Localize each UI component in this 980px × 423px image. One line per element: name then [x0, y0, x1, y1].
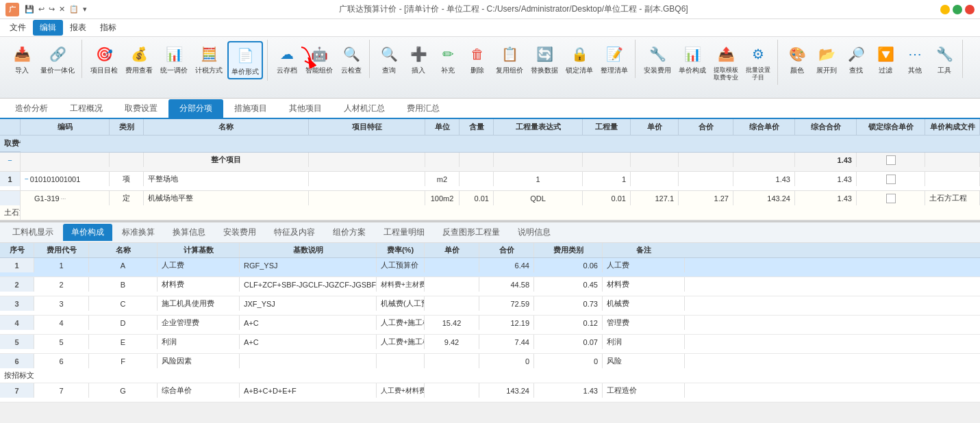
quick-save[interactable]: 💾: [25, 5, 34, 14]
table-row[interactable]: G1-319 ··· 定 机械场地平整 100m2 0.01 QDL 0.01 …: [0, 191, 980, 220]
tab-labor-material-machine[interactable]: 人材机汇总: [333, 99, 396, 118]
menu-indicator[interactable]: 指标: [93, 20, 123, 36]
ribbon-btn-unit-compose[interactable]: 📊 单价构成: [676, 41, 709, 77]
ribbon-btn-tax-method[interactable]: 🧮 计税方式: [192, 41, 225, 77]
tab-measures[interactable]: 措施项目: [223, 99, 278, 118]
menu-file[interactable]: 文件: [3, 20, 33, 36]
quick-copy[interactable]: 📋: [69, 5, 79, 14]
close-button[interactable]: [965, 5, 975, 14]
table-row[interactable]: 1 − 010101001001 项 平整场地 m2 1 1 1.43 1.43: [0, 172, 980, 191]
maximize-button[interactable]: [953, 5, 962, 14]
list-item[interactable]: 1 1 A 人工费 RGF_YSJ 人工预算价 6.44 0.06 人工费: [0, 258, 980, 277]
bd-unit-price-2: 44.58: [479, 277, 534, 292]
ribbon-btn-project-check[interactable]: 🎯 项目目检: [88, 41, 121, 77]
list-item[interactable]: 7 7 G 综合单价 A+B+C+D+E+F 人工费+材料费+施工机具使用费+企…: [0, 383, 980, 402]
bh-rate: 费率(%): [377, 243, 425, 257]
ribbon-btn-supplement[interactable]: ✏ 补充: [434, 41, 462, 77]
bd-unit-price-3: 72.59: [479, 296, 534, 311]
list-item[interactable]: 2 2 B 材料费 CLF+ZCF+SBF-JGCLF-JGZCF-JGSBF …: [0, 277, 980, 296]
row-unit-price-sub: 127.1: [631, 191, 679, 205]
ribbon-btn-cloud-check[interactable]: 🔍 云检查: [338, 41, 365, 77]
bh-unit-price: 单价: [425, 243, 479, 257]
checkbox-locked-1[interactable]: [886, 175, 896, 184]
ribbon-btn-fee-view[interactable]: 💰 费用查看: [123, 41, 155, 77]
row-expand-total[interactable]: −: [0, 153, 21, 167]
ribbon-btn-lock[interactable]: 🔒 锁定清单: [563, 41, 596, 77]
tab-bill-of-quantities[interactable]: 分部分项: [168, 99, 223, 118]
unit-form-icon: 📄: [234, 44, 256, 66]
bottom-tab-bar: 工料机显示 单价构成 标准换算 换算信息 安装费用 特征及内容 组价方案 工程量…: [0, 222, 980, 243]
bd-unit-price-5: 7.44: [479, 335, 534, 349]
bottom-tab-convert-info[interactable]: 换算信息: [164, 224, 214, 241]
ribbon-btn-tools[interactable]: 🔧 工具: [931, 41, 958, 77]
quick-redo[interactable]: ↪: [49, 5, 55, 14]
list-item[interactable]: 3 3 C 施工机具使用费 JXF_YSJ 机械费(人工预算价) 72.59 0…: [0, 296, 980, 316]
ribbon-btn-extract-template[interactable]: 📤 提取模板 取费专业: [711, 41, 741, 84]
checkbox-locked-total[interactable]: [886, 155, 896, 165]
bottom-tab-group-plan[interactable]: 组价方案: [325, 224, 374, 241]
ribbon-btn-import[interactable]: 📥 导入: [8, 41, 36, 77]
bd-seq-3: 3: [34, 296, 89, 311]
ribbon-btn-other[interactable]: ⋯ 其他: [901, 41, 929, 77]
expand-icon: 📂: [816, 43, 838, 65]
bd-unit-price-1: 6.44: [479, 258, 534, 272]
bd-total-2: 0.45: [534, 277, 603, 292]
ribbon-btn-insert[interactable]: ➕ 插入: [405, 41, 432, 77]
bottom-tab-feature-content[interactable]: 特征及内容: [266, 224, 323, 241]
list-item[interactable]: 5 5 E 利润 A+C 人工费+施工机具使用费 9.42 7.44 0.07 …: [0, 335, 980, 354]
bottom-tab-install-fee[interactable]: 安装费用: [215, 224, 264, 241]
quick-close[interactable]: ✕: [59, 5, 65, 14]
ribbon-btn-find[interactable]: 🔎 查找: [842, 41, 870, 77]
ribbon-btn-replace[interactable]: 🔄 替换数据: [528, 41, 561, 77]
expand-icon-1[interactable]: −: [25, 175, 29, 183]
row-locked-sub[interactable]: [857, 191, 925, 205]
list-item[interactable]: 4 4 D 企业管理费 A+C 人工费+施工机具使用费 15.42 12.19 …: [0, 316, 980, 335]
ribbon-btn-query[interactable]: 🔍 查询: [375, 41, 403, 77]
ribbon-btn-color[interactable]: 🎨 颜色: [783, 41, 811, 77]
find-icon: 🔎: [845, 43, 867, 65]
row-feature-total: [309, 153, 425, 167]
ribbon-btn-cloud-archive[interactable]: ☁ 云存档: [273, 41, 301, 77]
bd-fee-type-3: 机械费: [603, 296, 685, 311]
table-row[interactable]: − 整个项目 1.43: [0, 153, 980, 172]
ribbon-btn-adjust-price[interactable]: 📊 统一调价: [158, 41, 190, 77]
row-num-1: 1: [0, 172, 21, 186]
menu-bar: 文件 编辑 报表 指标: [0, 19, 980, 37]
menu-report[interactable]: 报表: [63, 20, 93, 36]
bd-rate-4: 15.42: [425, 316, 479, 330]
ribbon-btn-install-fee[interactable]: 🔧 安装费用: [641, 41, 674, 77]
ribbon-btn-reuse[interactable]: 📋 复用组价: [493, 41, 526, 77]
bd-rownum-6: 6: [0, 354, 34, 368]
row-locked-total[interactable]: [857, 153, 925, 167]
minimize-button[interactable]: [940, 5, 950, 14]
row-locked-1[interactable]: [857, 172, 925, 186]
bottom-tab-std-convert[interactable]: 标准换算: [114, 224, 163, 241]
bd-rate-6: [425, 354, 479, 368]
row-fee-pro-total: [0, 167, 21, 171]
tab-other-items[interactable]: 其他项目: [278, 99, 333, 118]
bottom-tab-description[interactable]: 说明信息: [510, 224, 559, 241]
header-comp-unit: 综合单价: [733, 119, 795, 136]
list-item[interactable]: 6 6 F 风险因素 0 0 风险 按招标文件或约定: [0, 354, 980, 383]
checkbox-locked-sub[interactable]: [886, 194, 896, 203]
bd-rownum-2: 2: [0, 277, 34, 292]
ribbon-btn-organize[interactable]: 📝 整理清单: [598, 41, 631, 77]
tab-cost-analysis[interactable]: 造价分析: [4, 99, 59, 118]
bottom-tab-labor-machine[interactable]: 工料机显示: [4, 224, 62, 241]
bottom-tab-reverse-check[interactable]: 反查图形工程量: [434, 224, 508, 241]
ribbon-btn-integrate[interactable]: 🔗 量价一体化: [38, 41, 77, 77]
ribbon-btn-filter[interactable]: 🔽 过滤: [872, 41, 899, 77]
bottom-tab-qty-detail[interactable]: 工程量明细: [375, 224, 433, 241]
tab-project-overview[interactable]: 工程概况: [59, 99, 114, 118]
tab-fee-summary[interactable]: 费用汇总: [396, 99, 451, 118]
menu-edit[interactable]: 编辑: [33, 20, 63, 36]
ribbon-btn-expand[interactable]: 📂 展开到: [813, 41, 840, 77]
quick-undo[interactable]: ↩: [38, 5, 45, 14]
ribbon-btn-batch-set[interactable]: ⚙ 批量设置 子目: [743, 41, 773, 84]
ribbon-btn-unit-form[interactable]: 📄 单价形式: [227, 41, 263, 79]
tab-fee-settings[interactable]: 取费设置: [114, 99, 168, 118]
ribbon-btn-smart-price[interactable]: 🤖 智能组价: [303, 41, 336, 77]
bottom-tab-unit-compose[interactable]: 单价构成: [63, 224, 112, 241]
ribbon-btn-delete[interactable]: 🗑 删除: [464, 41, 491, 77]
bd-seq-7: 7: [34, 383, 89, 398]
